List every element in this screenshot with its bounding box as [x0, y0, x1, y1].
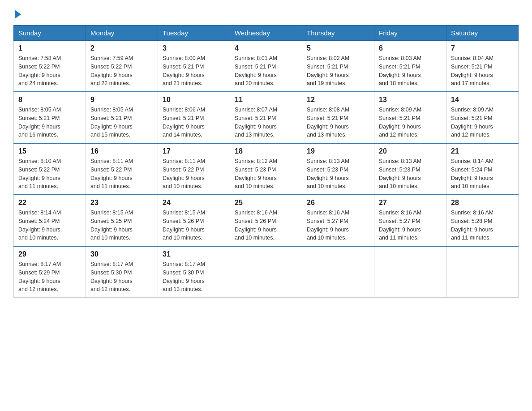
day-info: Sunrise: 8:09 AMSunset: 5:21 PMDaylight:… [451, 106, 514, 139]
day-number: 15 [18, 147, 81, 155]
day-number: 9 [90, 96, 153, 104]
calendar-cell: 24Sunrise: 8:15 AMSunset: 5:26 PMDayligh… [158, 195, 230, 246]
calendar-header-thursday: Thursday [302, 26, 374, 41]
calendar-cell: 30Sunrise: 8:17 AMSunset: 5:30 PMDayligh… [86, 246, 158, 298]
calendar-cell: 16Sunrise: 8:11 AMSunset: 5:22 PMDayligh… [86, 143, 158, 195]
calendar-cell: 8Sunrise: 8:05 AMSunset: 5:21 PMDaylight… [14, 92, 86, 143]
day-number: 2 [90, 44, 153, 52]
day-number: 1 [18, 44, 81, 52]
calendar-header-monday: Monday [86, 26, 158, 41]
calendar-cell: 4Sunrise: 8:01 AMSunset: 5:21 PMDaylight… [230, 41, 302, 92]
calendar-cell [302, 246, 374, 298]
day-info: Sunrise: 8:00 AMSunset: 5:21 PMDaylight:… [163, 54, 225, 88]
calendar-cell: 7Sunrise: 8:04 AMSunset: 5:21 PMDaylight… [446, 41, 519, 92]
day-number: 5 [307, 44, 369, 52]
day-info: Sunrise: 8:10 AMSunset: 5:22 PMDaylight:… [18, 157, 81, 191]
calendar-cell: 31Sunrise: 8:17 AMSunset: 5:30 PMDayligh… [158, 246, 230, 298]
day-info: Sunrise: 8:04 AMSunset: 5:21 PMDaylight:… [451, 54, 514, 88]
day-info: Sunrise: 8:16 AMSunset: 5:26 PMDaylight:… [235, 209, 297, 242]
calendar-cell: 11Sunrise: 8:07 AMSunset: 5:21 PMDayligh… [230, 92, 302, 143]
calendar-cell: 14Sunrise: 8:09 AMSunset: 5:21 PMDayligh… [446, 92, 519, 143]
day-number: 16 [90, 147, 153, 155]
day-number: 4 [235, 44, 297, 52]
calendar-cell: 23Sunrise: 8:15 AMSunset: 5:25 PMDayligh… [86, 195, 158, 246]
day-info: Sunrise: 8:02 AMSunset: 5:21 PMDaylight:… [307, 54, 369, 88]
day-info: Sunrise: 8:15 AMSunset: 5:25 PMDaylight:… [90, 209, 153, 242]
calendar-header-tuesday: Tuesday [158, 26, 230, 41]
day-number: 24 [163, 199, 225, 207]
calendar-cell: 20Sunrise: 8:13 AMSunset: 5:23 PMDayligh… [374, 143, 446, 195]
calendar-week-row: 8Sunrise: 8:05 AMSunset: 5:21 PMDaylight… [14, 92, 519, 143]
day-number: 29 [18, 250, 81, 258]
calendar-cell: 12Sunrise: 8:08 AMSunset: 5:21 PMDayligh… [302, 92, 374, 143]
calendar-cell: 21Sunrise: 8:14 AMSunset: 5:24 PMDayligh… [446, 143, 519, 195]
day-info: Sunrise: 8:07 AMSunset: 5:21 PMDaylight:… [235, 106, 297, 139]
day-info: Sunrise: 8:15 AMSunset: 5:26 PMDaylight:… [163, 209, 225, 242]
calendar-cell: 10Sunrise: 8:06 AMSunset: 5:21 PMDayligh… [158, 92, 230, 143]
calendar-cell: 13Sunrise: 8:09 AMSunset: 5:21 PMDayligh… [374, 92, 446, 143]
calendar-week-row: 15Sunrise: 8:10 AMSunset: 5:22 PMDayligh… [14, 143, 519, 195]
day-info: Sunrise: 8:17 AMSunset: 5:29 PMDaylight:… [18, 260, 81, 294]
calendar-cell: 29Sunrise: 8:17 AMSunset: 5:29 PMDayligh… [14, 246, 86, 298]
calendar-header-row: SundayMondayTuesdayWednesdayThursdayFrid… [14, 26, 519, 41]
day-info: Sunrise: 8:12 AMSunset: 5:23 PMDaylight:… [235, 157, 297, 191]
calendar-cell: 5Sunrise: 8:02 AMSunset: 5:21 PMDaylight… [302, 41, 374, 92]
calendar-week-row: 22Sunrise: 8:14 AMSunset: 5:24 PMDayligh… [14, 195, 519, 246]
day-number: 8 [18, 96, 81, 104]
calendar-cell: 18Sunrise: 8:12 AMSunset: 5:23 PMDayligh… [230, 143, 302, 195]
calendar-cell: 17Sunrise: 8:11 AMSunset: 5:22 PMDayligh… [158, 143, 230, 195]
day-number: 20 [379, 147, 442, 155]
calendar-week-row: 29Sunrise: 8:17 AMSunset: 5:29 PMDayligh… [14, 246, 519, 298]
day-number: 31 [163, 250, 225, 258]
day-number: 23 [90, 199, 153, 207]
day-info: Sunrise: 8:17 AMSunset: 5:30 PMDaylight:… [90, 260, 153, 294]
day-number: 3 [163, 44, 225, 52]
day-number: 28 [451, 199, 514, 207]
day-number: 6 [379, 44, 442, 52]
day-number: 12 [307, 96, 369, 104]
day-number: 30 [90, 250, 153, 258]
day-number: 11 [235, 96, 297, 104]
day-info: Sunrise: 7:58 AMSunset: 5:22 PMDaylight:… [18, 54, 81, 88]
day-info: Sunrise: 8:14 AMSunset: 5:24 PMDaylight:… [18, 209, 81, 242]
day-info: Sunrise: 8:03 AMSunset: 5:21 PMDaylight:… [379, 54, 442, 88]
day-info: Sunrise: 8:16 AMSunset: 5:27 PMDaylight:… [379, 209, 442, 242]
calendar-cell: 19Sunrise: 8:13 AMSunset: 5:23 PMDayligh… [302, 143, 374, 195]
day-number: 19 [307, 147, 369, 155]
day-number: 27 [379, 199, 442, 207]
calendar-cell: 2Sunrise: 7:59 AMSunset: 5:22 PMDaylight… [86, 41, 158, 92]
day-info: Sunrise: 7:59 AMSunset: 5:22 PMDaylight:… [90, 54, 153, 88]
day-number: 17 [163, 147, 225, 155]
day-info: Sunrise: 8:13 AMSunset: 5:23 PMDaylight:… [307, 157, 369, 191]
day-number: 7 [451, 44, 514, 52]
day-info: Sunrise: 8:05 AMSunset: 5:21 PMDaylight:… [18, 106, 81, 139]
day-info: Sunrise: 8:16 AMSunset: 5:27 PMDaylight:… [307, 209, 369, 242]
calendar-cell [374, 246, 446, 298]
day-number: 14 [451, 96, 514, 104]
calendar-cell: 1Sunrise: 7:58 AMSunset: 5:22 PMDaylight… [14, 41, 86, 92]
day-number: 21 [451, 147, 514, 155]
calendar-header-wednesday: Wednesday [230, 26, 302, 41]
day-number: 13 [379, 96, 442, 104]
calendar-table: SundayMondayTuesdayWednesdayThursdayFrid… [13, 25, 519, 298]
logo-triangle-icon [15, 10, 21, 19]
calendar-cell: 25Sunrise: 8:16 AMSunset: 5:26 PMDayligh… [230, 195, 302, 246]
day-info: Sunrise: 8:17 AMSunset: 5:30 PMDaylight:… [163, 260, 225, 294]
calendar-cell [446, 246, 519, 298]
day-number: 10 [163, 96, 225, 104]
day-info: Sunrise: 8:08 AMSunset: 5:21 PMDaylight:… [307, 106, 369, 139]
page-header [13, 9, 519, 17]
calendar-week-row: 1Sunrise: 7:58 AMSunset: 5:22 PMDaylight… [14, 41, 519, 92]
calendar-cell: 22Sunrise: 8:14 AMSunset: 5:24 PMDayligh… [14, 195, 86, 246]
day-info: Sunrise: 8:09 AMSunset: 5:21 PMDaylight:… [379, 106, 442, 139]
calendar-cell: 27Sunrise: 8:16 AMSunset: 5:27 PMDayligh… [374, 195, 446, 246]
day-info: Sunrise: 8:05 AMSunset: 5:21 PMDaylight:… [90, 106, 153, 139]
logo [13, 9, 21, 17]
day-info: Sunrise: 8:13 AMSunset: 5:23 PMDaylight:… [379, 157, 442, 191]
calendar-header-saturday: Saturday [446, 26, 519, 41]
day-number: 26 [307, 199, 369, 207]
day-info: Sunrise: 8:11 AMSunset: 5:22 PMDaylight:… [163, 157, 225, 191]
day-number: 18 [235, 147, 297, 155]
calendar-cell: 26Sunrise: 8:16 AMSunset: 5:27 PMDayligh… [302, 195, 374, 246]
calendar-cell: 6Sunrise: 8:03 AMSunset: 5:21 PMDaylight… [374, 41, 446, 92]
